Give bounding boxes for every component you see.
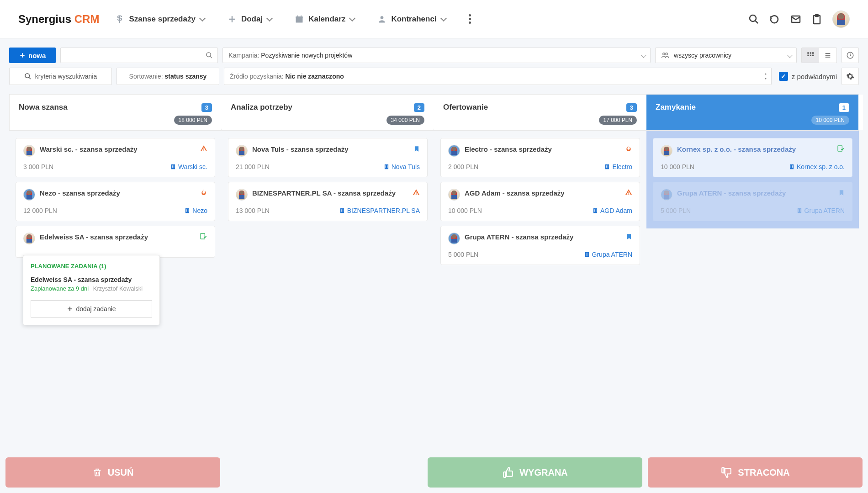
card-amount: 5 000 PLN (661, 207, 691, 214)
svg-rect-35 (188, 211, 188, 212)
new-button[interactable]: nowa (9, 48, 56, 63)
card-company-link[interactable]: Nezo (184, 207, 207, 214)
card-avatar (236, 145, 248, 157)
svg-rect-17 (812, 55, 814, 56)
svg-rect-63 (594, 211, 595, 212)
clipboard-icon[interactable] (811, 14, 822, 25)
check-icon (199, 233, 207, 240)
chevron-down-icon (349, 15, 355, 21)
subordinates-label: z podwładnymi (792, 73, 837, 80)
svg-rect-65 (585, 252, 588, 257)
svg-rect-67 (587, 253, 588, 254)
svg-rect-61 (594, 210, 595, 211)
list-view-button[interactable] (819, 48, 836, 63)
calendar-icon (295, 15, 304, 24)
opportunity-card[interactable]: Grupa ATERN - szansa sprzedaży 5 000 PLN… (440, 226, 640, 265)
svg-rect-46 (343, 209, 343, 210)
chat-icon[interactable] (769, 14, 780, 25)
card-company-link[interactable]: Nova Tuls (383, 163, 420, 170)
search-icon[interactable] (748, 14, 759, 25)
nav-kontrahenci[interactable]: Kontrahenci (377, 15, 445, 24)
card-company-link[interactable]: Grupa ATERN (584, 251, 632, 258)
opportunity-card[interactable]: Nezo - szansa sprzedaży 12 000 PLNNezo (16, 182, 215, 221)
source-select[interactable]: Źródło pozyskania: Nic nie zaznaczono (224, 68, 772, 85)
card-company-link[interactable]: Electro (604, 163, 632, 170)
employee-select[interactable]: wszyscy pracownicy (655, 48, 797, 63)
card-company-link[interactable]: Kornex sp. z o.o. (789, 163, 845, 170)
kanban-view-button[interactable] (802, 48, 819, 63)
opportunity-card[interactable]: AGD Adam - szansa sprzedaży 10 000 PLNAG… (440, 182, 640, 221)
opportunity-card[interactable]: Warski sc. - szansa sprzedaży 3 000 PLNW… (16, 138, 215, 177)
svg-rect-36 (201, 233, 205, 239)
svg-rect-73 (790, 164, 794, 170)
card-avatar (448, 145, 460, 157)
building-icon (796, 207, 803, 214)
card-amount: 12 000 PLN (23, 207, 57, 214)
card-avatar (236, 189, 248, 201)
nav-szanse[interactable]: Szanse sprzedaży (115, 15, 205, 24)
employee-value: wszyscy pracownicy (674, 52, 731, 59)
warn-icon (413, 189, 420, 196)
nav-dodaj[interactable]: Dodaj (228, 15, 272, 24)
person-icon (377, 15, 386, 24)
svg-point-10 (663, 53, 665, 55)
card-company-link[interactable]: AGD Adam (592, 207, 632, 214)
checkbox-checked-icon: ✓ (779, 72, 788, 81)
nav-kalendarz-label: Kalendarz (308, 15, 345, 24)
user-avatar[interactable] (832, 11, 850, 28)
column-header[interactable]: Zamykanie 1 10 000 PLN (646, 94, 859, 131)
column-header[interactable]: Analiza potrzeby 2 34 000 PLN (222, 94, 434, 131)
bookmark-icon (413, 145, 420, 153)
card-amount: 5 000 PLN (448, 251, 478, 258)
settings-button[interactable] (842, 68, 859, 85)
svg-rect-24 (174, 165, 174, 166)
svg-rect-55 (608, 166, 609, 167)
warn-icon (200, 145, 207, 152)
svg-point-9 (206, 53, 211, 57)
opportunity-card[interactable]: Electro - szansa sprzedaży 2 000 PLNElec… (440, 138, 640, 177)
search-input-box[interactable] (60, 48, 218, 63)
building-icon (592, 207, 598, 214)
svg-rect-80 (797, 208, 801, 213)
dollar-icon (115, 15, 124, 24)
card-amount: 13 000 PLN (236, 207, 270, 214)
column-count: 2 (414, 103, 424, 112)
search-input[interactable] (65, 52, 206, 59)
column-header[interactable]: Nowa szansa 3 18 000 PLN (9, 94, 222, 131)
opportunity-card[interactable]: BIZNESPARTNER.PL SA - szansa sprzedaży 1… (228, 182, 428, 221)
card-title: Grupa ATERN - szansa sprzedaży (465, 233, 621, 242)
sort-select[interactable]: Sortowanie: status szansy (116, 68, 219, 85)
card-company-link[interactable]: Grupa ATERN (796, 207, 845, 214)
svg-rect-53 (608, 165, 609, 166)
svg-rect-60 (596, 209, 596, 210)
opportunity-card[interactable]: Edelweiss SA - szansa sprzedaży (16, 226, 215, 258)
column-header[interactable]: Ofertowanie 3 17 000 PLN (434, 94, 646, 131)
svg-rect-45 (341, 209, 341, 210)
building-icon (584, 251, 590, 258)
criteria-button[interactable]: kryteria wyszukiwania (9, 68, 112, 85)
flame-icon (625, 145, 632, 152)
kanban-column: Nowa szansa 3 18 000 PLN Warski sc. - sz… (9, 94, 222, 272)
opportunity-card[interactable]: Grupa ATERN - szansa sprzedaży 5 000 PLN… (653, 182, 852, 221)
svg-rect-30 (186, 209, 187, 210)
subordinates-checkbox-row[interactable]: ✓ z podwładnymi (776, 68, 837, 85)
svg-rect-44 (340, 208, 344, 213)
svg-rect-52 (606, 165, 607, 166)
card-company-link[interactable]: BIZNESPARTNER.PL SA (339, 207, 420, 214)
nav-more[interactable] (469, 14, 471, 24)
card-company-link[interactable]: Warski sc. (170, 163, 207, 170)
chevron-down-icon (641, 53, 646, 58)
mail-icon[interactable] (790, 14, 801, 25)
card-amount: 10 000 PLN (448, 207, 482, 214)
svg-rect-15 (807, 55, 809, 56)
logo-text-2: CRM (74, 13, 100, 25)
nav-kalendarz[interactable]: Kalendarz (295, 15, 355, 24)
svg-rect-66 (586, 253, 586, 254)
column-sum: 10 000 PLN (811, 116, 849, 125)
opportunity-card[interactable]: Nova Tuls - szansa sprzedaży 21 000 PLNN… (228, 138, 428, 177)
history-button[interactable] (842, 48, 859, 63)
svg-point-5 (750, 15, 756, 21)
campaign-select[interactable]: Kampania: Pozyskiwanie nowych projektów (222, 48, 651, 63)
opportunity-card[interactable]: Kornex sp. z o.o. - szansa sprzedaży 10 … (653, 138, 852, 177)
svg-rect-64 (596, 211, 596, 212)
